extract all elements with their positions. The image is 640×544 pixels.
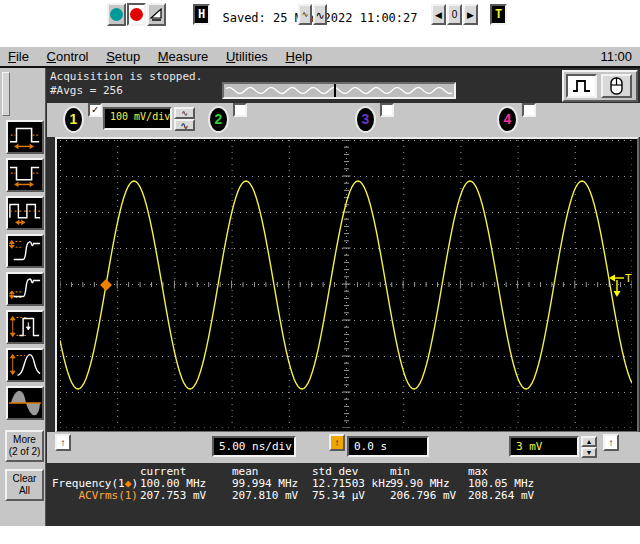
channel-2-button[interactable]: 2 bbox=[208, 106, 229, 133]
v-peak-peak-icon bbox=[8, 350, 42, 380]
channel-3-on-checkbox[interactable] bbox=[380, 103, 394, 117]
touch-pointer-icon bbox=[149, 5, 164, 24]
hscale-expand-button[interactable]: ∿ bbox=[313, 4, 327, 25]
meas-acvrms-stddev: 75.34 µV bbox=[312, 490, 365, 502]
meas-acvrms-min: 206.796 mV bbox=[390, 490, 456, 502]
measure-falltime-button[interactable] bbox=[6, 272, 44, 306]
run-button[interactable] bbox=[107, 3, 126, 26]
more-label: More bbox=[7, 434, 42, 446]
expand-right-button[interactable]: ↑ bbox=[603, 434, 619, 451]
averages-count: #Avgs = 256 bbox=[50, 84, 123, 97]
clock: 11:00 bbox=[600, 49, 632, 64]
menu-bar: File Control Setup Measure Utilities Hel… bbox=[0, 47, 640, 68]
meas-row-acvrms-label: ACVrms(1) bbox=[40, 490, 138, 502]
pan-left-button[interactable]: ◀ bbox=[431, 4, 446, 25]
channel-1-number: 1 bbox=[70, 111, 78, 127]
meas-acvrms-current: 207.753 mV bbox=[140, 490, 206, 502]
channel-1-scale-down-button[interactable]: ∿ bbox=[174, 119, 195, 131]
mouse-button[interactable] bbox=[601, 74, 632, 98]
horizontal-position-field[interactable]: 0.0 s bbox=[347, 436, 429, 457]
pulse-mode-icon bbox=[568, 76, 595, 96]
pulse-width-positive-icon bbox=[8, 122, 42, 152]
pulse-width-negative-icon bbox=[8, 160, 42, 190]
memory-wave-path bbox=[226, 88, 452, 94]
horizontal-scale-field[interactable]: 5.00 ns/div bbox=[212, 436, 296, 457]
touch-button[interactable] bbox=[147, 3, 166, 26]
period-icon bbox=[8, 198, 42, 228]
trigger-level-down-button[interactable]: ▼ bbox=[581, 447, 597, 458]
channel-4-on-checkbox[interactable] bbox=[522, 103, 536, 117]
memory-cursor[interactable] bbox=[334, 84, 336, 97]
trigger-point-diamond[interactable] bbox=[100, 279, 112, 291]
meas-acvrms-mean: 207.810 mV bbox=[232, 490, 298, 502]
stop-button[interactable] bbox=[127, 3, 146, 26]
horizontal-badge: H bbox=[193, 4, 210, 25]
more-page: (2 of 2) bbox=[7, 446, 42, 458]
menu-setup[interactable]: Setup bbox=[106, 49, 140, 64]
meas-acvrms-max: 208.264 mV bbox=[468, 490, 534, 502]
acquisition-memory-bar[interactable] bbox=[222, 82, 456, 99]
trigger-position-button[interactable]: ↑ bbox=[329, 434, 345, 451]
menu-utilities[interactable]: Utilities bbox=[226, 49, 268, 64]
sidebar-grip bbox=[2, 72, 10, 116]
fall-time-icon bbox=[8, 274, 42, 304]
svg-text:T: T bbox=[625, 272, 632, 285]
menu-control[interactable]: Control bbox=[47, 49, 89, 64]
menu-measure[interactable]: Measure bbox=[158, 49, 209, 64]
pulse-mode-button[interactable] bbox=[566, 74, 597, 98]
channel-1-on-checkbox[interactable]: ✓ bbox=[88, 103, 102, 117]
acquisition-status: Acquisition is stopped. bbox=[50, 70, 202, 83]
scope-grid bbox=[60, 140, 632, 428]
zero-delay-button[interactable]: 0 bbox=[447, 4, 462, 25]
bottom-margin bbox=[0, 526, 640, 544]
trigger-badge: T bbox=[490, 4, 507, 25]
clear-label: Clear bbox=[7, 473, 42, 485]
channel-1-scale-field[interactable]: 100 mV/div bbox=[103, 107, 172, 130]
channel-4-number: 4 bbox=[504, 111, 512, 127]
channel-2-on-checkbox[interactable] bbox=[233, 103, 247, 117]
channel-3-number: 3 bbox=[362, 111, 370, 127]
measure-acvrms-button[interactable] bbox=[6, 386, 44, 420]
channel-3-button[interactable]: 3 bbox=[355, 106, 376, 133]
top-right-button-panel bbox=[562, 70, 638, 102]
channel-1-scale-up-button[interactable]: ∿ bbox=[174, 107, 195, 119]
measure-vpp-button[interactable] bbox=[6, 348, 44, 382]
v-amplitude-icon bbox=[8, 312, 42, 342]
measure-period-button[interactable] bbox=[6, 196, 44, 230]
pan-right-button[interactable]: ▶ bbox=[463, 4, 478, 25]
measure-risetime-button[interactable] bbox=[6, 234, 44, 268]
scope-graticule: T bbox=[60, 140, 632, 428]
menu-help[interactable]: Help bbox=[286, 49, 313, 64]
rise-time-icon bbox=[8, 236, 42, 266]
clear-label2: All bbox=[7, 485, 42, 497]
hscale-compress-button[interactable]: ∿ bbox=[298, 4, 312, 25]
menu-file[interactable]: File bbox=[8, 49, 29, 64]
channel-4-button[interactable]: 4 bbox=[497, 106, 518, 133]
measure-vamplitude-button[interactable] bbox=[6, 310, 44, 344]
memory-bar-wave-icon bbox=[224, 84, 454, 97]
expand-left-button[interactable]: ↑ bbox=[55, 434, 71, 451]
channel-1-button[interactable]: 1 bbox=[63, 106, 84, 133]
measure-nwidth-button[interactable] bbox=[6, 158, 44, 192]
more-button[interactable]: More (2 of 2) bbox=[5, 430, 44, 462]
trigger-level-field[interactable]: 3 mV bbox=[509, 436, 579, 457]
trigger-level-up-button[interactable]: ▲ bbox=[581, 436, 597, 447]
oscilloscope-screen: Saved: 25 MAY 2022 11:00:27 File Control… bbox=[0, 0, 640, 544]
channel-2-number: 2 bbox=[215, 111, 223, 127]
ac-vrms-icon bbox=[8, 388, 42, 418]
clear-all-button[interactable]: Clear All bbox=[5, 469, 44, 501]
mouse-pointer-icon bbox=[603, 76, 630, 96]
measure-pwidth-button[interactable] bbox=[6, 120, 44, 154]
